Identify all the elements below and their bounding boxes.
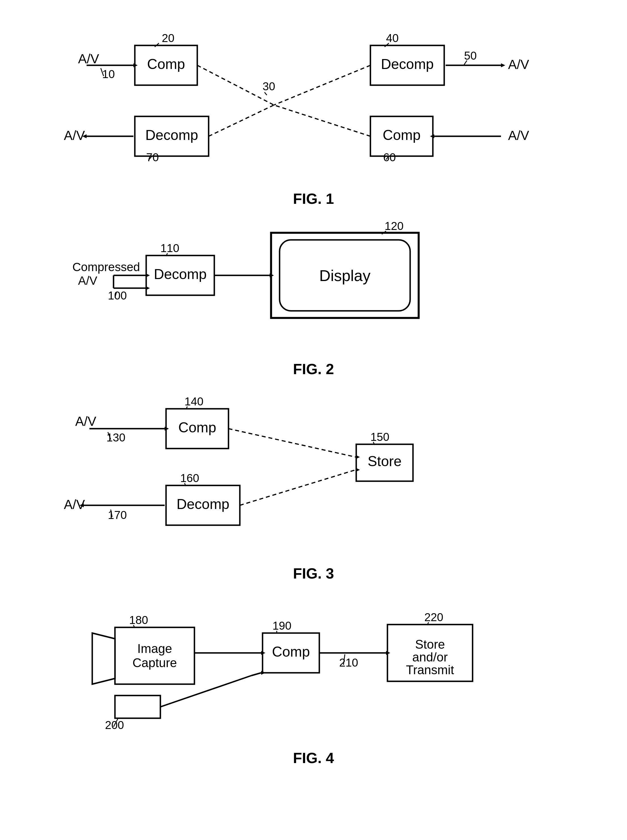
svg-line-43 bbox=[240, 470, 356, 505]
label-110: 110 bbox=[161, 242, 180, 254]
figure-2-svg: Decomp 110 Display 120 Compressed A/V bbox=[58, 216, 569, 352]
page: Comp 20 Decomp 40 Decomp 70 Comp 60 bbox=[0, 0, 627, 840]
svg-line-42 bbox=[228, 429, 356, 457]
av-in-bot: A/V bbox=[508, 128, 529, 143]
svg-line-10 bbox=[274, 65, 370, 105]
store-fig3: Store bbox=[367, 453, 402, 469]
svg-line-11 bbox=[209, 105, 274, 136]
label-150: 150 bbox=[370, 431, 389, 443]
figure-3-svg: Comp 140 Decomp 160 Store 150 bbox=[58, 392, 569, 556]
comp-bot-label: Comp bbox=[383, 127, 421, 143]
comp-label: Comp bbox=[147, 56, 185, 72]
label-10: 10 bbox=[102, 68, 115, 80]
svg-line-8 bbox=[265, 92, 267, 95]
figure-1-svg: Comp 20 Decomp 40 Decomp 70 Comp 60 bbox=[58, 23, 569, 182]
fig2-caption: FIG. 2 bbox=[58, 361, 569, 378]
label-60: 60 bbox=[383, 151, 396, 164]
label-220: 220 bbox=[424, 611, 443, 623]
svg-line-64 bbox=[251, 673, 261, 676]
label-190: 190 bbox=[273, 619, 291, 632]
label-140: 140 bbox=[184, 395, 203, 408]
label-130: 130 bbox=[106, 431, 126, 444]
svg-rect-55 bbox=[115, 695, 161, 718]
av-out-top: A/V bbox=[508, 57, 529, 72]
fig1-caption: FIG. 1 bbox=[58, 190, 569, 207]
figure-4-svg: Image Capture 180 200 Comp 190 Store and… bbox=[58, 591, 569, 741]
label-160: 160 bbox=[180, 472, 199, 484]
decomp-fig2: Decomp bbox=[154, 266, 206, 282]
figure-4-section: Image Capture 180 200 Comp 190 Store and… bbox=[58, 591, 569, 755]
label-40: 40 bbox=[386, 32, 399, 44]
comp-fig4: Comp bbox=[272, 644, 310, 660]
svg-line-12 bbox=[274, 105, 370, 136]
fig3-caption: FIG. 3 bbox=[58, 565, 569, 582]
figure-3-section: Comp 140 Decomp 160 Store 150 bbox=[58, 392, 569, 568]
label-180: 180 bbox=[129, 614, 148, 626]
label-30: 30 bbox=[263, 80, 275, 93]
svg-marker-17 bbox=[501, 63, 505, 67]
av-in-fig3: A/V bbox=[75, 414, 96, 429]
svg-marker-53 bbox=[92, 633, 115, 684]
display-text: Display bbox=[319, 267, 370, 284]
label-50: 50 bbox=[464, 49, 477, 62]
decomp-fig3: Decomp bbox=[176, 496, 229, 512]
compressed-av-text: Compressed bbox=[72, 260, 140, 274]
label-120: 120 bbox=[384, 220, 403, 232]
av-in-top: A/V bbox=[78, 51, 99, 66]
decomp-bot-label: Decomp bbox=[145, 127, 198, 143]
av-out-bot: A/V bbox=[64, 128, 85, 143]
store-transmit-text1: Store bbox=[415, 637, 445, 651]
comp-fig3: Comp bbox=[178, 419, 216, 435]
decomp-top-label: Decomp bbox=[381, 56, 433, 72]
store-transmit-text2: and/or bbox=[412, 650, 447, 664]
label-210: 210 bbox=[339, 656, 358, 669]
figure-2-section: Decomp 110 Display 120 Compressed A/V bbox=[58, 216, 569, 369]
image-capture-text: Image bbox=[137, 641, 172, 656]
figure-1-section: Comp 20 Decomp 40 Decomp 70 Comp 60 bbox=[58, 23, 569, 193]
label-20: 20 bbox=[162, 32, 175, 44]
image-capture-text2: Capture bbox=[132, 656, 177, 670]
label-100: 100 bbox=[108, 289, 127, 302]
av-out-fig3: A/V bbox=[64, 497, 85, 512]
label-70: 70 bbox=[146, 151, 159, 164]
store-transmit-text3: Transmit bbox=[406, 663, 454, 677]
av-text-fig2: A/V bbox=[78, 274, 98, 287]
fig4-caption: FIG. 4 bbox=[58, 749, 569, 766]
